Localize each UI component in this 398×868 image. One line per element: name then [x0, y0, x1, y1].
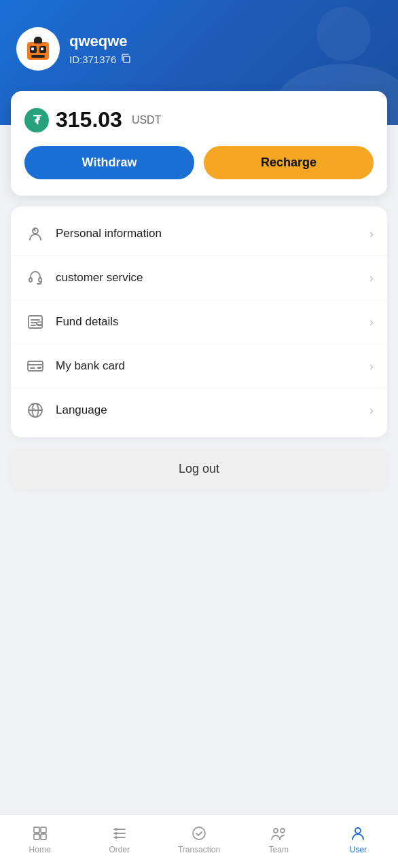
chevron-right-icon: › — [369, 315, 374, 329]
svg-rect-9 — [124, 56, 130, 62]
menu-item-customer-service[interactable]: customer service › — [11, 256, 387, 300]
chevron-right-icon: › — [369, 227, 374, 241]
svg-point-39 — [281, 829, 285, 833]
svg-rect-3 — [35, 37, 41, 39]
chevron-right-icon: › — [369, 359, 374, 374]
svg-rect-11 — [29, 278, 32, 282]
menu-label-personal: Personal information — [56, 227, 369, 240]
nav-label-transaction: Transaction — [178, 845, 220, 854]
withdraw-button[interactable]: Withdraw — [24, 146, 194, 179]
nav-item-transaction[interactable]: Transaction — [159, 822, 238, 857]
menu-label-language: Language — [56, 403, 369, 417]
svg-rect-28 — [34, 827, 39, 833]
nav-item-order[interactable]: Order — [79, 822, 159, 857]
nav-label-home: Home — [29, 845, 51, 854]
action-buttons: Withdraw Recharge — [24, 146, 374, 179]
bottom-nav: Home Order Transaction — [0, 814, 398, 868]
recharge-button[interactable]: Recharge — [204, 146, 374, 179]
svg-rect-20 — [28, 361, 43, 371]
svg-rect-8 — [31, 55, 45, 58]
svg-rect-7 — [41, 48, 43, 50]
balance-amount: 315.03 — [56, 107, 122, 132]
fund-icon — [24, 311, 46, 333]
svg-text:A: A — [33, 408, 36, 412]
user-id: ID:371376 — [69, 53, 131, 66]
svg-point-33 — [115, 828, 117, 831]
team-icon — [270, 825, 287, 842]
svg-rect-12 — [39, 278, 41, 282]
chevron-right-icon: › — [369, 271, 374, 285]
menu-item-fund-details[interactable]: Fund details › — [11, 300, 387, 344]
nav-item-home[interactable]: Home — [0, 822, 79, 857]
svg-point-19 — [37, 322, 42, 325]
order-icon — [111, 825, 128, 842]
avatar — [16, 27, 60, 71]
balance-card: ₮ 315.03 USDT Withdraw Recharge — [11, 91, 387, 196]
menu-label-customer: customer service — [56, 271, 369, 285]
copy-id-icon[interactable] — [120, 53, 131, 66]
menu-label-fund: Fund details — [56, 315, 369, 329]
nav-item-user[interactable]: User — [319, 822, 398, 857]
language-icon: A — [24, 399, 46, 421]
username: qweqwe — [69, 33, 131, 50]
transaction-icon — [190, 825, 208, 842]
nav-label-user: User — [350, 845, 367, 854]
balance-row: ₮ 315.03 USDT — [24, 107, 374, 132]
logout-card: Log out — [11, 448, 387, 490]
home-icon — [31, 825, 49, 842]
chevron-right-icon: › — [369, 403, 374, 418]
bank-card-icon — [24, 355, 46, 377]
svg-rect-31 — [41, 834, 46, 839]
menu-label-bank: My bank card — [56, 359, 369, 373]
svg-rect-30 — [34, 834, 39, 839]
menu-card: Personal information › customer service … — [11, 206, 387, 437]
balance-currency: USDT — [132, 114, 162, 126]
nav-label-team: Team — [269, 845, 289, 854]
user-icon — [349, 825, 367, 842]
person-icon — [24, 223, 46, 245]
nav-label-order: Order — [109, 845, 130, 854]
svg-rect-29 — [41, 827, 46, 833]
user-info: qweqwe ID:371376 — [69, 33, 131, 66]
user-profile: qweqwe ID:371376 — [16, 27, 382, 71]
svg-point-40 — [355, 828, 361, 833]
headset-icon — [24, 267, 46, 289]
svg-rect-23 — [37, 367, 41, 369]
tether-icon: ₮ — [24, 108, 49, 132]
menu-item-language[interactable]: A Language › — [11, 388, 387, 432]
menu-item-personal-information[interactable]: Personal information › — [11, 212, 387, 256]
nav-item-team[interactable]: Team — [239, 822, 319, 857]
svg-rect-6 — [31, 48, 34, 50]
logout-button[interactable]: Log out — [11, 448, 387, 490]
menu-item-bank-card[interactable]: My bank card › — [11, 344, 387, 388]
svg-point-38 — [274, 829, 278, 833]
